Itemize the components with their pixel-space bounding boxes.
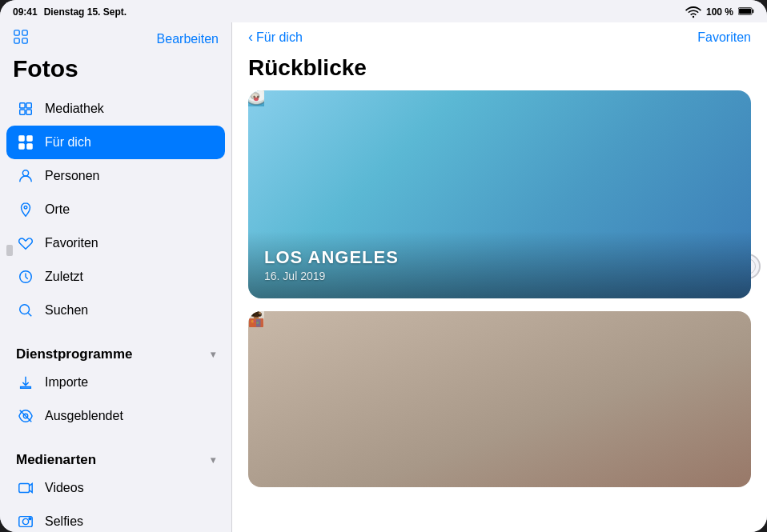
nav-back-label: Für dich — [256, 30, 303, 45]
status-bar-right: 100 % — [685, 3, 754, 22]
svg-rect-4 — [14, 30, 19, 35]
svg-point-60 — [255, 315, 255, 316]
dienstprogramme-header[interactable]: Dienstprogramme ▾ — [6, 334, 225, 366]
card-date: 16. Jul 2019 — [264, 270, 735, 282]
content-nav: ‹ Für dich Favoriten — [232, 22, 767, 52]
selfie-icon — [16, 512, 35, 531]
svg-point-0 — [693, 15, 694, 17]
svg-rect-14 — [19, 144, 24, 149]
sidebar-item-zuletzt[interactable]: Zuletzt — [6, 260, 225, 294]
sidebar-edit-button[interactable]: Bearbeiten — [157, 32, 219, 46]
svg-point-44 — [255, 99, 257, 101]
svg-rect-9 — [26, 103, 31, 108]
svg-rect-7 — [22, 38, 27, 43]
sidebar: Bearbeiten Fotos Mediathek — [0, 22, 232, 532]
sidebar-item-selfies[interactable]: Selfies — [6, 505, 225, 532]
medienarten-header[interactable]: Medienarten ▾ — [6, 439, 225, 471]
sidebar-header: Bearbeiten — [0, 22, 231, 52]
hidden-icon — [16, 406, 35, 426]
svg-point-45 — [253, 96, 255, 98]
sidebar-dienstprogramme-section: Dienstprogramme ▾ Importe — [0, 334, 231, 433]
sidebar-item-suchen[interactable]: Suchen — [6, 294, 225, 327]
sidebar-item-ausgeblendet[interactable]: Ausgeblendet — [6, 399, 225, 433]
status-bar-left: 09:41 Dienstag 15. Sept. — [13, 6, 126, 18]
medienarten-chevron-icon: ▾ — [211, 454, 215, 466]
svg-rect-15 — [27, 144, 32, 149]
svg-rect-6 — [14, 38, 19, 43]
battery-icon — [738, 3, 754, 22]
sidebar-item-fuer-dich[interactable]: Für dich — [6, 126, 225, 159]
status-date: Dienstag 15. Sept. — [44, 6, 126, 18]
sidebar-label-favoriten: Favoriten — [45, 236, 98, 250]
svg-rect-11 — [26, 110, 31, 114]
svg-rect-12 — [19, 136, 24, 141]
svg-point-46 — [257, 96, 259, 98]
battery-label: 100 % — [706, 6, 733, 18]
svg-rect-10 — [20, 110, 25, 114]
sidebar-label-mediathek: Mediathek — [45, 102, 104, 116]
dienstprogramme-chevron-icon: ▾ — [211, 349, 215, 360]
clock-icon — [16, 267, 35, 286]
svg-point-16 — [22, 170, 28, 176]
location-icon — [16, 200, 35, 219]
svg-rect-53 — [253, 321, 255, 322]
svg-point-62 — [255, 316, 256, 317]
sidebar-item-mediathek[interactable]: Mediathek — [6, 92, 225, 126]
svg-point-24 — [22, 518, 28, 524]
sidebar-label-fuer-dich: Für dich — [45, 135, 91, 150]
status-time: 09:41 — [13, 6, 38, 18]
sidebar-label-zuletzt: Zuletzt — [45, 270, 83, 284]
memory-card-los-angeles[interactable]: LOS ANGELES 16. Jul 2019 — [248, 90, 751, 298]
main-layout: Bearbeiten Fotos Mediathek — [0, 22, 767, 532]
card-overlay-1: LOS ANGELES 16. Jul 2019 — [248, 231, 751, 298]
svg-point-17 — [24, 206, 27, 209]
svg-point-57 — [251, 312, 255, 316]
memory-card-portrait[interactable] — [248, 311, 751, 487]
chevron-left-icon: ‹ — [248, 29, 253, 46]
back-button[interactable]: ‹ Für dich — [248, 29, 303, 46]
person-icon — [16, 166, 35, 186]
svg-point-19 — [20, 305, 30, 314]
svg-point-59 — [259, 312, 262, 314]
video-icon — [16, 478, 35, 498]
sidebar-label-personen: Personen — [45, 169, 100, 183]
svg-point-25 — [29, 518, 31, 520]
star-icon — [16, 133, 35, 152]
svg-rect-5 — [22, 30, 27, 35]
search-icon — [16, 301, 35, 320]
nav-action-button[interactable]: Favoriten — [697, 30, 751, 45]
sidebar-label-suchen: Suchen — [45, 303, 88, 318]
svg-rect-3 — [739, 8, 751, 13]
svg-rect-2 — [753, 9, 754, 12]
sidebar-medienarten-section: Medienarten ▾ Videos — [0, 439, 231, 532]
sidebar-label-orte: Orte — [45, 202, 70, 217]
heart-icon — [16, 234, 35, 253]
sidebar-item-orte[interactable]: Orte — [6, 193, 225, 226]
sidebar-label-videos: Videos — [45, 481, 84, 495]
sidebar-item-personen[interactable]: Personen — [6, 159, 225, 193]
wifi-icon — [685, 3, 701, 22]
import-icon — [16, 373, 35, 392]
content-scroll: LOS ANGELES 16. Jul 2019 — [232, 90, 767, 532]
sidebar-grid-icon — [13, 29, 29, 49]
ipad-frame: 09:41 Dienstag 15. Sept. 100 % — [0, 0, 767, 532]
medienarten-label: Medienarten — [16, 452, 96, 468]
sidebar-item-importe[interactable]: Importe — [6, 366, 225, 399]
status-bar: 09:41 Dienstag 15. Sept. 100 % — [0, 0, 767, 22]
svg-point-61 — [257, 315, 258, 316]
sidebar-item-videos[interactable]: Videos — [6, 471, 225, 505]
svg-rect-22 — [19, 484, 30, 493]
svg-rect-8 — [20, 103, 25, 108]
card-location: LOS ANGELES — [264, 247, 735, 268]
svg-point-52 — [256, 322, 259, 324]
library-icon — [16, 99, 35, 118]
sidebar-item-favoriten[interactable]: Favoriten — [6, 226, 225, 260]
content-area: ‹ Für dich Favoriten Rückblicke — [232, 22, 767, 532]
sidebar-main-section: Mediathek Für dich — [0, 92, 231, 327]
dienstprogramme-label: Dienstprogramme — [16, 346, 132, 362]
svg-rect-13 — [27, 136, 32, 141]
sidebar-label-ausgeblendet: Ausgeblendet — [45, 409, 123, 423]
sidebar-label-importe: Importe — [45, 375, 88, 390]
sidebar-title: Fotos — [0, 52, 231, 92]
side-button[interactable] — [6, 245, 13, 256]
